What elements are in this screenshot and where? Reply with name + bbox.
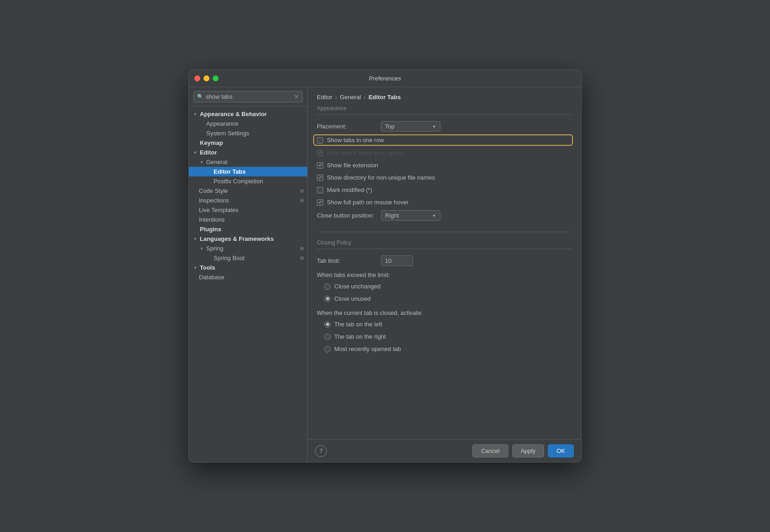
tab-limit-input[interactable] <box>381 255 413 266</box>
sidebar-item-intentions[interactable]: Intentions <box>189 215 307 224</box>
mark-modified-label: Mark modified (*) <box>327 186 372 193</box>
close-unused-label: Close unused <box>334 295 371 302</box>
sidebar-item-label: Appearance <box>206 120 238 127</box>
show-file-extension-row: Show file extension <box>317 161 572 170</box>
close-unused-row: Close unused <box>324 294 572 303</box>
maximize-button[interactable] <box>213 75 219 81</box>
sidebar-item-code-style[interactable]: Code Style ⊞ <box>189 186 307 196</box>
sidebar-item-inspections[interactable]: Inspections ⊞ <box>189 196 307 205</box>
show-directory-label: Show directory for non-unique file names <box>327 174 435 181</box>
sidebar-item-label: General <box>206 159 227 165</box>
arrow-icon: ▼ <box>192 266 198 270</box>
show-tabs-one-row-label: Show tabs in one row <box>327 137 384 144</box>
show-file-extension-label: Show file extension <box>327 162 378 169</box>
window-controls <box>194 75 219 81</box>
tab-right-radio[interactable] <box>324 334 331 340</box>
breadcrumb-sep-1: › <box>335 94 337 101</box>
sidebar-item-label: Postfix Completion <box>214 178 263 185</box>
sidebar-item-label: Tools <box>200 264 215 271</box>
sidebar-item-live-templates[interactable]: Live Templates <box>189 205 307 215</box>
breadcrumb-editor-tabs: Editor Tabs <box>369 94 401 101</box>
show-file-extension-checkbox[interactable] <box>317 162 323 169</box>
sidebar-item-database[interactable]: Database <box>189 272 307 282</box>
minimize-button[interactable] <box>203 75 209 81</box>
cancel-button[interactable]: Cancel <box>472 444 508 458</box>
placement-row: Placement: Top ▼ <box>317 121 572 132</box>
sidebar-item-appearance[interactable]: Appearance <box>189 119 307 128</box>
action-buttons: Cancel Apply OK <box>472 444 574 458</box>
show-tabs-one-row-checkbox[interactable] <box>317 137 323 144</box>
sidebar-item-postfix-completion[interactable]: Postfix Completion <box>189 176 307 186</box>
sidebar-item-label: Inspections <box>199 197 229 204</box>
sidebar-item-editor[interactable]: ▼ Editor <box>189 148 307 157</box>
ok-button[interactable]: OK <box>548 444 574 458</box>
sidebar-item-appearance-behavior[interactable]: ▼ Appearance & Behavior <box>189 109 307 119</box>
close-button[interactable] <box>194 75 200 81</box>
sidebar-item-tools[interactable]: ▼ Tools <box>189 263 307 272</box>
sidebar-item-label: Intentions <box>199 216 225 223</box>
search-clear-icon[interactable]: ✕ <box>294 94 299 100</box>
apply-button[interactable]: Apply <box>512 444 545 458</box>
tab-right-label: The tab on the right <box>334 333 386 340</box>
sidebar-item-spring-boot[interactable]: Spring Boot ⊞ <box>189 253 307 263</box>
arrow-icon: ▼ <box>192 150 198 155</box>
divider <box>317 232 572 232</box>
recently-opened-row: Most recently opened tab <box>324 345 572 353</box>
arrow-icon: ▼ <box>192 237 198 241</box>
tab-right-row: The tab on the right <box>324 332 572 341</box>
sidebar-item-label: Editor <box>200 149 217 156</box>
close-button-value: Right <box>385 212 399 219</box>
close-unchanged-row: Close unchanged <box>324 282 572 291</box>
close-button-dropdown[interactable]: Right ▼ <box>381 210 440 221</box>
tab-left-label: The tab on the left <box>334 321 382 328</box>
close-button-label: Close button position: <box>317 212 376 219</box>
search-icon: 🔍 <box>197 94 203 100</box>
recently-opened-radio[interactable] <box>324 346 331 352</box>
sidebar-item-editor-tabs[interactable]: Editor Tabs <box>189 167 307 176</box>
mark-modified-row: Mark modified (*) <box>317 186 572 194</box>
search-bar: 🔍 ✕ <box>189 87 307 106</box>
sidebar-item-label: Code Style <box>199 187 228 194</box>
sidebar-item-spring[interactable]: ▼ Spring ⊞ <box>189 244 307 253</box>
mark-modified-checkbox[interactable] <box>317 187 323 193</box>
close-unused-radio[interactable] <box>324 296 331 302</box>
breadcrumb: Editor › General › Editor Tabs <box>308 87 581 105</box>
show-directory-row: Show directory for non-unique file names <box>317 173 572 182</box>
placement-dropdown[interactable]: Top ▼ <box>381 121 440 132</box>
recently-opened-label: Most recently opened tab <box>334 346 401 352</box>
show-full-path-checkbox[interactable] <box>317 199 323 206</box>
sidebar-item-keymap[interactable]: Keymap <box>189 138 307 148</box>
sidebar-item-label: Languages & Frameworks <box>200 235 274 242</box>
sidebar-item-label: Plugins <box>200 226 221 233</box>
breadcrumb-sep-2: › <box>364 94 366 101</box>
window-title: Preferences <box>369 75 401 82</box>
badge-icon: ⊞ <box>300 255 304 261</box>
sidebar-item-plugins[interactable]: Plugins <box>189 224 307 234</box>
sidebar-item-system-settings[interactable]: System Settings <box>189 128 307 138</box>
exceed-section: When tabs exceed the limit: Close unchan… <box>317 271 572 303</box>
breadcrumb-editor: Editor <box>317 94 332 101</box>
show-full-path-row: Show full path on mouse hover <box>317 198 572 207</box>
sidebar-item-label: Live Templates <box>199 207 238 213</box>
badge-icon: ⊞ <box>300 188 304 193</box>
breadcrumb-general: General <box>340 94 361 101</box>
arrow-icon: ▼ <box>199 160 204 165</box>
dropdown-arrow-icon: ▼ <box>432 213 436 218</box>
sidebar-item-languages-frameworks[interactable]: ▼ Languages & Frameworks <box>189 234 307 244</box>
search-input[interactable] <box>206 93 292 100</box>
placement-value: Top <box>385 123 395 130</box>
close-unchanged-radio[interactable] <box>324 283 331 290</box>
main-panel: Editor › General › Editor Tabs Appearanc… <box>308 87 581 462</box>
search-input-wrap[interactable]: 🔍 ✕ <box>193 91 303 102</box>
activate-label: When the current tab is closed, activate… <box>317 309 572 316</box>
tab-limit-row: Tab limit: <box>317 255 572 266</box>
sidebar-item-label: Spring <box>206 245 224 252</box>
show-full-path-label: Show full path on mouse hover <box>327 199 409 206</box>
show-directory-checkbox[interactable] <box>317 175 323 181</box>
sidebar-item-general[interactable]: ▼ General <box>189 157 307 167</box>
hide-tabs-checkbox[interactable] <box>317 150 323 156</box>
help-button[interactable]: ? <box>315 445 327 457</box>
tab-left-row: The tab on the left <box>324 320 572 329</box>
tab-left-radio[interactable] <box>324 321 331 328</box>
hide-tabs-row: Hide tabs if there is no space <box>317 149 572 157</box>
